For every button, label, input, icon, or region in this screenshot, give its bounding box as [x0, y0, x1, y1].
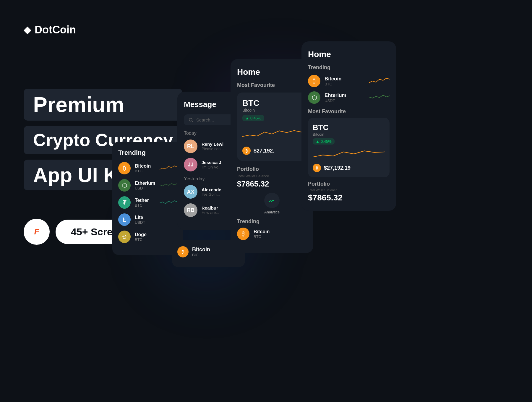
btc-label: BTC [242, 98, 301, 108]
home-panel-mid: Home Most Favourite BTC Bitcoin ▲ 0.45% … [231, 59, 313, 253]
crypto-name: Bitcoin [325, 76, 342, 82]
btc-change-badge-right: ▲ 0.45% [313, 138, 335, 145]
btc-small-icon: ₿ [237, 228, 249, 240]
crypto-ticker: USDT [135, 186, 155, 190]
analytics-item: Analytics [237, 193, 307, 214]
search-icon [189, 118, 193, 122]
btc-price-right: $27,192.19 [324, 165, 351, 171]
crypto-ticker: BTC [135, 203, 149, 208]
crypto-name: Bitcoin [254, 229, 270, 234]
portfolio-sub-right: Total Wallet Balance [308, 188, 390, 192]
message-preview: How are... [202, 210, 219, 215]
list-item[interactable]: ₿ Bitcoin BTC [308, 75, 390, 87]
list-item[interactable]: ₿ Bitcoin BTC [237, 228, 307, 240]
message-sender: Alexende [202, 187, 221, 192]
figma-button[interactable]: F [24, 219, 50, 245]
svg-point-0 [189, 118, 192, 121]
list-item[interactable]: ₮ Tether BTC [118, 196, 177, 209]
logo-text: DotCoin [35, 24, 76, 36]
crypto-name: Doge [135, 232, 147, 237]
eth-sparkline-right [369, 93, 390, 102]
portfolio-sublabel: Total Wallet Balance [237, 174, 307, 178]
btc-coin-icon: ₿ [242, 147, 251, 155]
list-item[interactable]: ⬡ Ehterium USDT [308, 91, 390, 104]
message-sender: Reny Lewi [202, 142, 224, 147]
bitcoin-bic-card: ₿ Bitcoin BIC [172, 240, 245, 267]
doge-icon: Ð [118, 231, 131, 243]
crypto-name: Tether [135, 198, 149, 203]
btc-name: Bitcoin [242, 108, 301, 113]
eth-icon: ⬡ [118, 179, 131, 192]
crypto-ticker: USDT [325, 98, 346, 103]
crypto-name: Lite [135, 215, 145, 220]
trending-list-right: ₿ Bitcoin BTC ⬡ Ehterium USDT [308, 75, 390, 104]
tether-sparkline [160, 198, 177, 207]
btc-label-right: BTC [313, 123, 385, 132]
portfolio-label: Portfolio [237, 166, 307, 172]
crypto-ticker: USDT [135, 220, 145, 225]
portfolio-label-right: Portfolio [308, 181, 390, 187]
message-sender: Realbur [202, 205, 219, 210]
avatar: RL [184, 140, 197, 153]
btc-name-right: Bitcoin [313, 132, 385, 137]
usdt-icon: ₮ [118, 196, 131, 209]
btc-coin-small: ₿ [313, 164, 321, 172]
bitcoin-bic-ticker: BIC [192, 253, 210, 257]
btc-card: BTC Bitcoin ▲ 0.45% ₿ $27,192. [237, 93, 307, 161]
avatar: RB [184, 203, 197, 217]
trending-bottom-heading: Trending [237, 218, 307, 225]
portfolio-section: Portfolio Total Wallet Balance $7865.32 [237, 166, 307, 189]
crypto-ticker: BTC [135, 237, 147, 242]
message-preview: I've Goin... [202, 192, 221, 197]
logo: ◆ DotCoin [24, 24, 76, 36]
eth-icon-right: ⬡ [308, 91, 320, 104]
home-panel-right: Home Trending ₿ Bitcoin BTC ⬡ Ehterium U… [301, 41, 396, 211]
hero-line1: Premium [24, 89, 182, 121]
btc-sparkline [160, 164, 177, 172]
trending-panel-left: Trending ₿ Bitcoin BTC ⬡ Etherium USDT ₮… [112, 142, 183, 255]
btc-sparkline-right [369, 76, 390, 86]
analytics-icon [264, 193, 280, 208]
crypto-name: Etherium [135, 181, 155, 186]
crypto-name: Bitcoin [135, 163, 151, 169]
lite-icon: Ł [118, 213, 131, 226]
crypto-ticker: BTC [254, 234, 270, 239]
trending-right-heading: Trending [308, 64, 390, 71]
list-item[interactable]: Ð Doge BTC [118, 231, 177, 243]
crypto-name: Ehterium [325, 93, 346, 98]
crypto-ticker: BTC [325, 82, 342, 86]
bitcoin-bic-icon: ₿ [177, 246, 189, 257]
avatar: AX [184, 185, 197, 199]
portfolio-value-right: $7865.32 [308, 193, 390, 202]
svg-line-1 [192, 121, 193, 122]
figma-icon: F [34, 227, 39, 236]
message-preview: Please con... [202, 147, 224, 151]
avatar: JJ [184, 158, 197, 171]
trending-panel-title: Trending [118, 149, 177, 157]
portfolio-right: Portfolio Total Wallet Balance $7865.32 [308, 181, 390, 202]
list-item[interactable]: ⬡ Etherium USDT [118, 179, 177, 192]
btc-change-badge: ▲ 0.45% [242, 115, 264, 121]
crypto-ticker: BTC [135, 169, 151, 173]
eth-sparkline [160, 181, 177, 189]
most-favourite-heading: Most Favourite [237, 82, 307, 88]
logo-diamond: ◆ [24, 24, 31, 35]
btc-card-right: BTC Bitcoin ▲ 0.45% ₿ $27,192.19 [308, 118, 390, 177]
btc-price: $27,192. [254, 148, 274, 154]
list-item[interactable]: ₿ Bitcoin BTC [118, 162, 177, 174]
trending-bottom: Trending ₿ Bitcoin BTC [237, 218, 307, 240]
btc-icon: ₿ [118, 162, 131, 174]
analytics-label: Analytics [264, 210, 280, 214]
home-mid-title: Home [237, 67, 307, 77]
home-right-title: Home [308, 50, 390, 59]
most-fav-heading-right: Most Favourite [308, 108, 390, 115]
message-preview: I'm On Vo... [202, 165, 222, 169]
btc-chart-right [313, 147, 385, 160]
portfolio-value: $7865.32 [237, 179, 307, 189]
btc-chart [242, 126, 301, 141]
btc-icon-right: ₿ [308, 75, 320, 87]
list-item[interactable]: Ł Lite USDT [118, 213, 177, 226]
message-sender: Jessica J [202, 160, 222, 165]
bitcoin-bic-name: Bitcoin [192, 247, 210, 253]
search-placeholder: Search... [196, 117, 214, 122]
